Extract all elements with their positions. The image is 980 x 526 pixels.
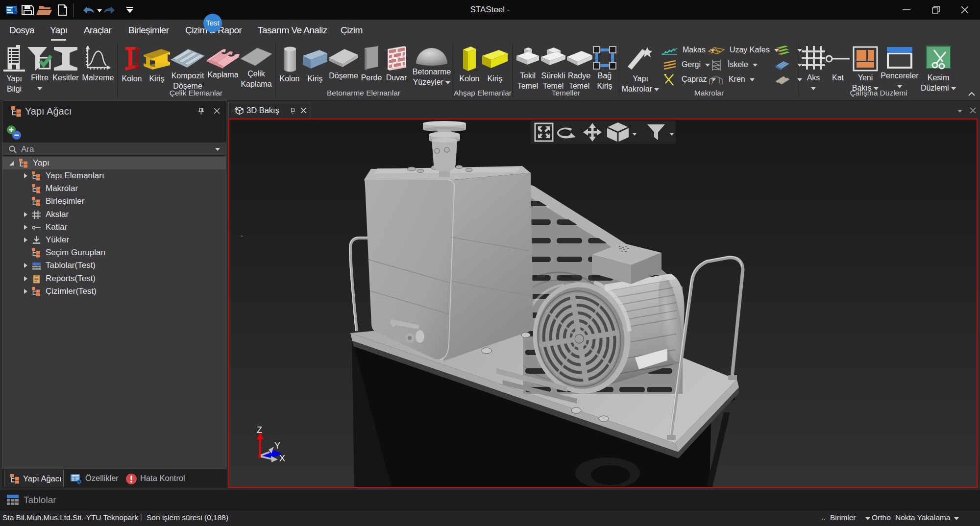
svg-text:Z: Z — [257, 425, 262, 435]
svg-text:~: ~ — [240, 234, 243, 239]
svg-text:X: X — [279, 454, 285, 463]
svg-text:Y: Y — [274, 441, 280, 451]
